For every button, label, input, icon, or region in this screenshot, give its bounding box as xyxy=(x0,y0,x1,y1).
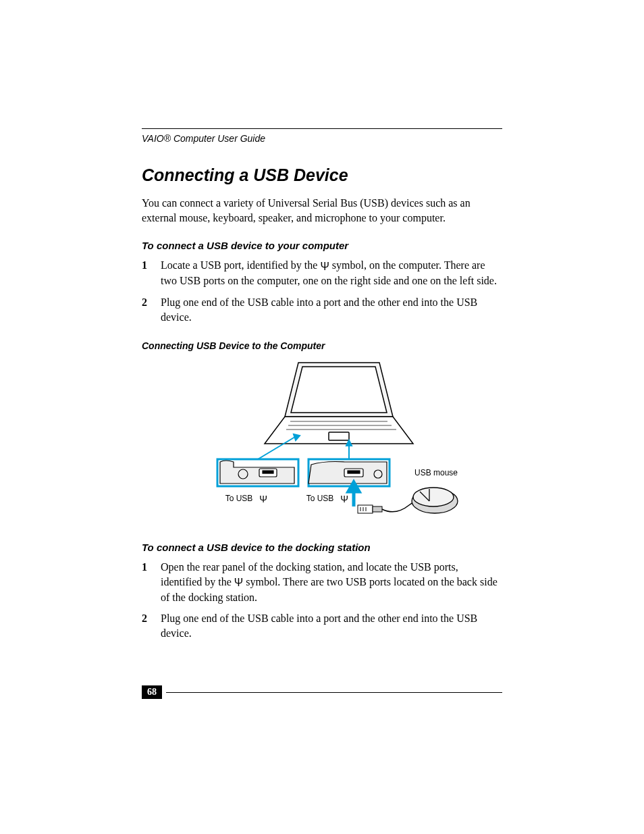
svg-rect-6 xyxy=(329,432,349,440)
svg-rect-21 xyxy=(358,505,373,513)
usb-icon: Ψ xyxy=(234,575,243,590)
section2-step1: Open the rear panel of the docking stati… xyxy=(142,560,502,604)
page-footer: 68 xyxy=(142,685,502,699)
label-usb-mouse: USB mouse xyxy=(414,468,458,477)
document-page: VAIO® Computer User Guide Connecting a U… xyxy=(0,0,644,834)
section1-step2: Plug one end of the USB cable into a por… xyxy=(142,295,502,324)
intro-paragraph: You can connect a variety of Universal S… xyxy=(142,196,502,225)
svg-rect-11 xyxy=(263,471,273,473)
usb-icon: Ψ xyxy=(259,494,267,504)
section2-heading: To connect a USB device to the docking s… xyxy=(142,542,502,553)
footer-rule xyxy=(166,692,502,693)
usb-icon: Ψ xyxy=(320,259,329,274)
section1-step2-text: Plug one end of the USB cable into a por… xyxy=(161,295,502,324)
header-text: VAIO® Computer User Guide xyxy=(142,133,502,144)
svg-rect-22 xyxy=(373,506,382,512)
label-to-usb-right: To USB xyxy=(306,494,334,503)
page-number: 68 xyxy=(142,685,162,699)
figure-caption: Connecting USB Device to the Computer xyxy=(142,340,502,351)
figure: USB mouse To USB Ψ To USB Ψ xyxy=(142,359,502,521)
page-title: Connecting a USB Device xyxy=(142,165,502,185)
section2-step2-text: Plug one end of the USB cable into a por… xyxy=(161,611,502,640)
svg-point-27 xyxy=(413,488,454,506)
label-to-usb-left: To USB xyxy=(225,494,253,503)
section2-steps: Open the rear panel of the docking stati… xyxy=(142,560,502,641)
svg-rect-13 xyxy=(348,471,360,473)
section2-step2: Plug one end of the USB cable into a por… xyxy=(142,611,502,640)
section1-steps: Locate a USB port, identified by the Ψ s… xyxy=(142,258,502,324)
section1-step1-text-a: Locate a USB port, identified by the xyxy=(161,259,320,271)
header-rule xyxy=(142,128,502,129)
section1-step1: Locate a USB port, identified by the Ψ s… xyxy=(142,258,502,288)
usb-connection-illustration: USB mouse To USB Ψ To USB Ψ xyxy=(177,359,467,521)
usb-icon: Ψ xyxy=(340,494,348,504)
svg-marker-1 xyxy=(291,367,387,413)
section1-heading: To connect a USB device to your computer xyxy=(142,240,502,251)
